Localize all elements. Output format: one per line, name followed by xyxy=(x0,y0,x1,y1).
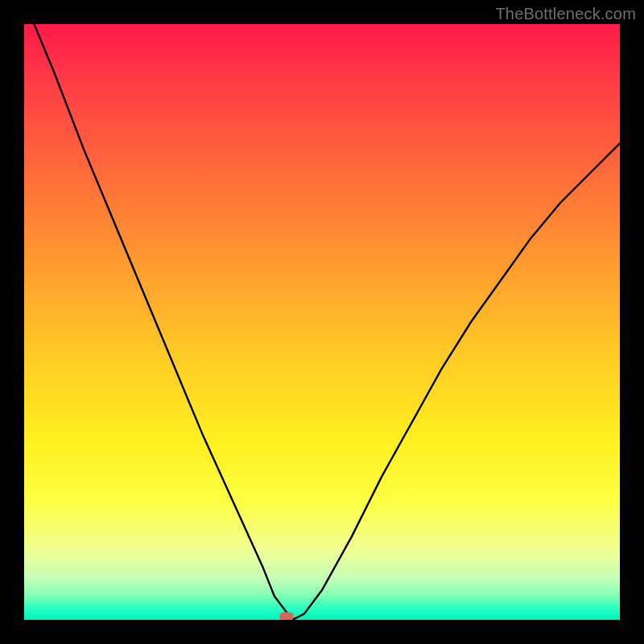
plot-area xyxy=(24,24,620,620)
chart-frame: TheBottleneck.com xyxy=(0,0,644,644)
optimum-marker xyxy=(279,613,294,621)
bottleneck-curve xyxy=(24,24,620,620)
attribution-text: TheBottleneck.com xyxy=(495,5,636,23)
